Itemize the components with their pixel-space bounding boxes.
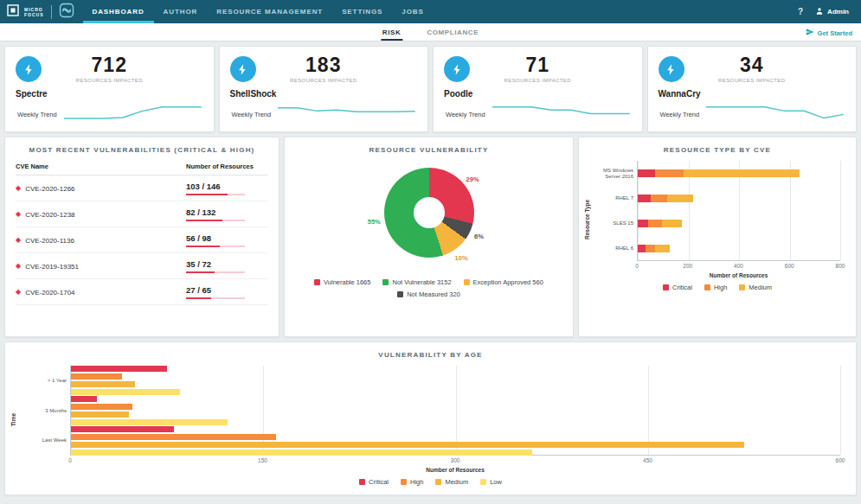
trend-sparkline xyxy=(64,102,202,126)
bar-segment-medium xyxy=(684,169,800,177)
kpi-card-spectre[interactable]: Spectre712RESOURCES IMPACTEDWeekly Trend xyxy=(4,46,215,132)
legend-item-not-measured-320[interactable]: Not Measured 320 xyxy=(397,290,460,298)
vulnerability-age-chart: Time > 1 Year3 MonthsLast Week 015030045… xyxy=(5,364,856,473)
bar-medium xyxy=(71,381,135,387)
cve-cell: ◆CVE-2020-1238 xyxy=(16,211,186,219)
legend-item-high[interactable]: High xyxy=(704,284,727,291)
legend-item-critical[interactable]: Critical xyxy=(663,284,692,291)
legend-item-vulnerable-1665[interactable]: Vulnerable 1665 xyxy=(314,278,370,286)
bar-low xyxy=(71,389,180,395)
trend-label: Weekly Trend xyxy=(232,111,272,118)
legend-label: Not Measured 320 xyxy=(407,290,460,298)
legend-swatch xyxy=(359,479,365,485)
legend-item-low[interactable]: Low xyxy=(480,478,502,486)
panel-title: VULNERABILITY BY AGE xyxy=(5,342,856,364)
bar-medium xyxy=(71,442,744,448)
legend-item-critical[interactable]: Critical xyxy=(359,478,389,486)
axis-tick: 800 xyxy=(836,263,845,269)
x-axis-title: Number of Resources xyxy=(70,467,840,473)
get-started-link[interactable]: Get Started xyxy=(806,28,852,38)
legend-swatch xyxy=(401,479,407,485)
table-row[interactable]: ◆CVE-2020-170427 / 65 xyxy=(16,279,268,305)
plot-zone: > 1 Year3 MonthsLast Week 0150300450600 … xyxy=(70,366,840,473)
nav-item-settings[interactable]: SETTINGS xyxy=(332,0,392,23)
table-row[interactable]: ◆CVE-2020-123882 / 132 xyxy=(16,201,268,227)
legend-item-exception-approved-560[interactable]: Exception Approved 560 xyxy=(464,278,543,286)
resources-bar-fill xyxy=(186,220,222,221)
legend-label: Critical xyxy=(672,284,692,291)
resources-bar-fill xyxy=(186,271,215,273)
cve-cell: ◆CVE-2019-19351 xyxy=(16,263,186,271)
kpi-trend-row: Weekly Trend xyxy=(5,99,214,131)
category-label-rhel-7: RHEL 7 xyxy=(592,186,633,211)
resources-value: 103 / 146 xyxy=(186,182,268,191)
nav-item-jobs[interactable]: JOBS xyxy=(392,0,433,23)
bar-segment-high xyxy=(646,245,656,252)
bar-critical xyxy=(71,396,97,402)
tab-risk[interactable]: RISK xyxy=(381,23,403,41)
cve-cell: ◆CVE-2020-1136 xyxy=(16,237,186,245)
axis-tick: 400 xyxy=(734,263,743,269)
nav-item-dashboard[interactable]: DASHBOARD xyxy=(83,0,154,23)
table-row[interactable]: ◆CVE-2019-1935135 / 72 xyxy=(16,253,268,279)
user-menu[interactable]: Admin xyxy=(815,7,849,17)
legend-item-medium[interactable]: Medium xyxy=(435,478,468,486)
x-axis-title: Number of Resources xyxy=(637,272,840,278)
diamond-icon: ◆ xyxy=(16,211,21,218)
legend-item-high[interactable]: High xyxy=(401,478,423,486)
vulnerability-by-age-panel: VULNERABILITY BY AGE Time > 1 Year3 Mont… xyxy=(4,341,857,495)
resources-cell: 103 / 146 xyxy=(186,182,268,195)
bar-segment-medium xyxy=(662,220,682,227)
tabs: RISKCOMPLIANCE xyxy=(381,23,480,41)
trend-label: Weekly Trend xyxy=(446,111,485,118)
kpi-value: 71 xyxy=(434,54,642,77)
kpi-value-block: 183RESOURCES IMPACTED xyxy=(220,54,428,83)
user-name: Admin xyxy=(827,8,849,16)
trend-label: Weekly Trend xyxy=(660,111,700,118)
help-button[interactable]: ? xyxy=(798,7,803,16)
kpi-caption: RESOURCES IMPACTED xyxy=(434,78,642,83)
table-row[interactable]: ◆CVE-2020-113656 / 98 xyxy=(16,227,268,253)
bar-high xyxy=(71,373,122,380)
resource-vulnerability-panel: RESOURCE VULNERABILITY 29%6%10%55% Vulne… xyxy=(284,137,574,337)
kpi-value-block: 712RESOURCES IMPACTED xyxy=(5,54,214,83)
nav-item-resource-management[interactable]: RESOURCE MANAGEMENT xyxy=(207,0,332,23)
resources-cell: 27 / 65 xyxy=(186,285,268,299)
diamond-icon: ◆ xyxy=(16,185,21,192)
resources-value: 56 / 98 xyxy=(186,233,268,243)
legend-swatch xyxy=(435,479,441,485)
legend-item-not-vulnerable-3152[interactable]: Not Vulnerable 3152 xyxy=(382,278,451,286)
kpi-name: Poodle xyxy=(444,89,472,99)
x-axis-ticks: 0200400600800 xyxy=(637,263,840,271)
nav-item-author[interactable]: AUTHOR xyxy=(154,0,208,23)
kpi-card-wannacry[interactable]: WannaCry34RESOURCES IMPACTEDWeekly Trend xyxy=(647,46,858,132)
legend-label: Low xyxy=(490,478,502,486)
legend-label: High xyxy=(714,284,727,291)
chart-legend: CriticalHighMedium xyxy=(588,284,847,291)
main-menu: DASHBOARDAUTHORRESOURCE MANAGEMENTSETTIN… xyxy=(83,0,434,23)
legend-item-medium[interactable]: Medium xyxy=(739,284,772,291)
kpi-card-top: WannaCry34RESOURCES IMPACTED xyxy=(648,47,857,99)
grouped-bar-plot: > 1 Year3 MonthsLast Week xyxy=(70,366,840,456)
kpi-value: 183 xyxy=(220,54,428,77)
table-row[interactable]: ◆CVE-2020-1266103 / 146 xyxy=(16,175,268,201)
nav-right: ? Admin xyxy=(798,7,861,17)
cve-name: CVE-2020-1704 xyxy=(25,289,74,297)
axis-tick: 300 xyxy=(451,457,460,463)
bar-segment-critical xyxy=(638,195,651,202)
kpi-card-poodle[interactable]: Poodle71RESOURCES IMPACTEDWeekly Trend xyxy=(433,46,643,132)
resources-bar xyxy=(186,220,245,221)
product-logo-icon xyxy=(59,3,74,22)
kpi-card-shellshock[interactable]: ShellShock183RESOURCES IMPACTEDWeekly Tr… xyxy=(219,46,429,132)
legend-label: Medium xyxy=(749,284,772,291)
kpi-value: 712 xyxy=(5,54,214,77)
bar-segment-high xyxy=(655,169,683,177)
tab-compliance[interactable]: COMPLIANCE xyxy=(425,23,480,41)
dashboard-content: Spectre712RESOURCES IMPACTEDWeekly Trend… xyxy=(0,41,861,500)
kpi-card-top: Poodle71RESOURCES IMPACTED xyxy=(434,47,642,99)
resource-type-chart: Resource Type MS Windows Server 2016RHEL… xyxy=(579,159,856,278)
diamond-icon: ◆ xyxy=(16,237,21,244)
legend-label: Not Vulnerable 3152 xyxy=(392,278,451,286)
trend-sparkline xyxy=(278,102,415,126)
vulnerabilities-table: CVE Name Number of Resources ◆CVE-2020-1… xyxy=(5,159,279,305)
